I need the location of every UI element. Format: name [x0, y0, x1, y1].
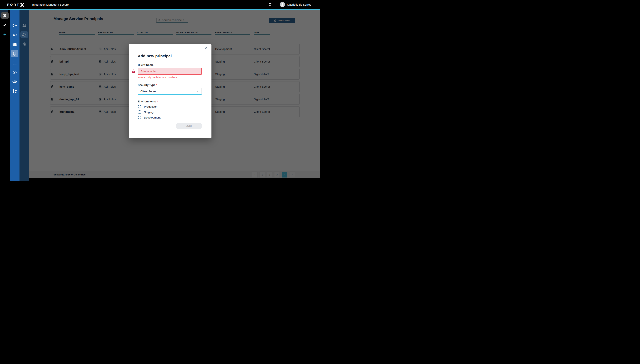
radio-staging[interactable]: Staging	[138, 110, 153, 114]
warning-icon	[131, 69, 136, 73]
pipeline-icon	[12, 88, 17, 94]
radio-circle-icon	[138, 116, 141, 119]
eye-icon	[12, 79, 17, 84]
hub-icon	[12, 23, 17, 28]
module-rail	[10, 10, 20, 181]
portx-x-logo-icon	[20, 2, 25, 7]
close-icon[interactable]: ✕	[204, 46, 207, 50]
radio-label: Production	[144, 105, 157, 108]
sidebar-item-secure[interactable]	[11, 50, 18, 57]
accent-divider	[0, 9, 320, 10]
client-name-label: Client Name	[138, 64, 153, 66]
brand-text: PORT	[7, 3, 20, 7]
sidebar-item-settings[interactable]	[21, 40, 28, 48]
sidebar-item-hub[interactable]	[11, 22, 18, 29]
shield-check-icon	[12, 51, 17, 56]
brand-logo[interactable]: PORT	[7, 2, 25, 7]
sidebar-item-chimera[interactable]	[1, 22, 9, 29]
sidebar-item-flows[interactable]	[11, 40, 18, 48]
sidebar-item-add-user[interactable]	[21, 22, 28, 29]
security-type-label-text: Security Type	[138, 84, 155, 86]
sidebar-item-principals[interactable]	[21, 31, 28, 38]
sidebar-item-code[interactable]	[11, 31, 18, 38]
sidebar-item-pipeline[interactable]	[11, 87, 18, 95]
gear-icon	[22, 42, 27, 46]
portx-switcher-icon	[3, 14, 7, 18]
product-rail	[0, 10, 10, 181]
sidebar-item-deploy[interactable]	[11, 68, 18, 76]
radio-circle-icon	[138, 110, 141, 114]
user-avatar-icon[interactable]	[280, 2, 285, 7]
code-icon	[12, 32, 17, 38]
chimera-icon	[3, 23, 7, 28]
refresh-icon[interactable]	[268, 2, 272, 6]
security-type-label: Security Type *	[138, 84, 157, 86]
sidebar-item-add-product[interactable]	[1, 31, 9, 38]
top-bar: PORT Integration Manager / Secure Gabrie…	[0, 0, 320, 9]
plus-icon	[3, 32, 7, 37]
user-add-icon	[22, 23, 27, 28]
sidebar-item-observe[interactable]	[11, 78, 18, 86]
environments-label: Environments *	[138, 100, 158, 103]
app-window: PORT Integration Manager / Secure Gabrie…	[0, 0, 320, 182]
security-type-value: Client Secret	[140, 90, 156, 93]
topbar-divider	[277, 2, 277, 7]
secure-subrail	[20, 10, 29, 181]
radio-label: Development	[144, 116, 160, 119]
sidebar-item-list[interactable]	[11, 59, 18, 67]
required-mark: *	[157, 100, 158, 103]
flows-icon	[12, 42, 17, 47]
list-icon	[12, 60, 17, 66]
user-name[interactable]: Gabrielle de Serres	[287, 0, 311, 9]
required-mark: *	[156, 84, 157, 86]
radio-circle-icon	[138, 105, 141, 108]
radio-development[interactable]: Development	[138, 116, 160, 119]
network-icon	[22, 32, 27, 37]
chevron-down-icon	[196, 90, 199, 93]
security-type-select[interactable]: Client Secret	[138, 88, 202, 95]
cloud-upload-icon	[12, 70, 17, 75]
app-title: Integration Manager / Secure	[32, 0, 69, 9]
sidebar-item-portx-switcher[interactable]	[1, 12, 9, 19]
environments-label-text: Environments	[138, 100, 156, 103]
radio-production[interactable]: Production	[138, 105, 157, 108]
modal-title: Add new principal	[138, 54, 172, 58]
client-name-error: You can only use letters and numbers	[138, 76, 177, 79]
radio-label: Staging	[144, 110, 153, 114]
add-submit-button[interactable]: Add	[176, 123, 202, 129]
add-principal-modal: ✕ Add new principal Client Name You can …	[129, 44, 211, 138]
client-name-input[interactable]	[138, 68, 202, 75]
